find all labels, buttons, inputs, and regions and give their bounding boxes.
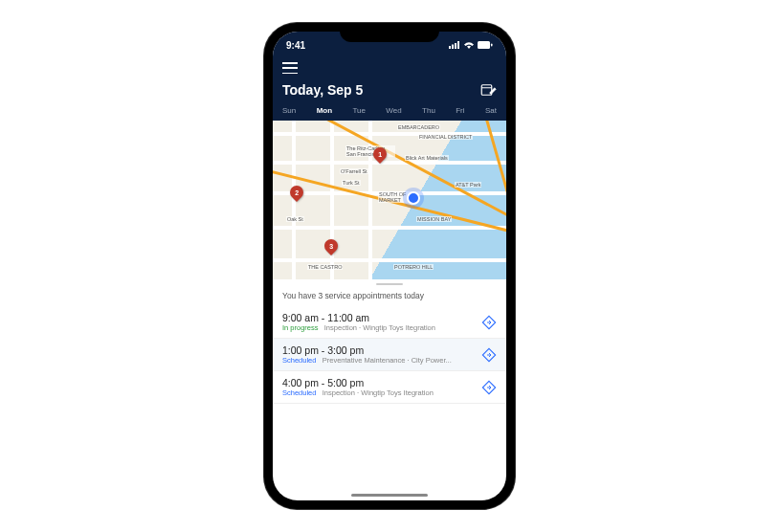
directions-icon[interactable] xyxy=(481,347,497,363)
map-pin-3[interactable]: 3 xyxy=(322,236,341,255)
day-tab-fri[interactable]: Fri xyxy=(456,104,464,117)
appointment-row[interactable]: 9:00 am - 11:00 amIn progress Inspection… xyxy=(273,306,506,339)
map-label: Oak St xyxy=(286,216,304,222)
svg-rect-5 xyxy=(491,44,493,47)
appointment-detail: Scheduled Preventative Maintenance · Cit… xyxy=(282,356,476,365)
current-location-dot xyxy=(407,191,420,205)
svg-rect-1 xyxy=(452,45,454,50)
appointment-row[interactable]: 1:00 pm - 3:00 pmScheduled Preventative … xyxy=(273,339,506,371)
appointment-detail: In progress Inspection · Wingtip Toys It… xyxy=(282,323,476,332)
day-tab-tue[interactable]: Tue xyxy=(352,104,366,117)
day-tab-thu[interactable]: Thu xyxy=(422,104,435,117)
page-title: Today, Sep 5 xyxy=(282,82,363,98)
appointment-detail: Scheduled Inspection · Wingtip Toys Iteg… xyxy=(282,388,476,397)
day-tab-mon[interactable]: Mon xyxy=(317,104,332,117)
directions-icon[interactable] xyxy=(481,380,497,395)
appointment-row[interactable]: 4:00 pm - 5:00 pmScheduled Inspection · … xyxy=(273,371,506,404)
svg-rect-2 xyxy=(455,43,456,49)
appointment-sheet: You have 3 service appointments today 9:… xyxy=(273,283,506,404)
app-header: Today, Sep 5 SunMonTueWedThuFriSat xyxy=(273,58,506,121)
phone-notch xyxy=(340,23,439,42)
svg-rect-0 xyxy=(449,46,451,49)
map-label: MISSION BAY xyxy=(416,216,452,222)
map-label: O'Farrell St xyxy=(340,168,368,174)
map-label: AT&T Park xyxy=(455,182,481,188)
map-label: The Ritz-Carlton, San Francisco xyxy=(345,145,395,157)
appointment-time: 4:00 pm - 5:00 pm xyxy=(282,377,476,388)
appointments-summary: You have 3 service appointments today xyxy=(273,289,506,306)
map-pin-2[interactable]: 2 xyxy=(287,183,306,202)
map-label: Turk St xyxy=(342,180,361,186)
svg-rect-3 xyxy=(457,41,459,49)
svg-rect-4 xyxy=(478,41,490,49)
directions-icon[interactable] xyxy=(481,315,497,330)
wifi-icon xyxy=(463,41,475,49)
day-tab-sat[interactable]: Sat xyxy=(485,104,497,117)
map-label: POTRERO HILL xyxy=(393,264,434,270)
sheet-drag-handle[interactable] xyxy=(376,283,403,285)
map-label: EMBARCADERO xyxy=(397,124,440,130)
map-view[interactable]: EMBARCADERO FINANCIAL DISTRICT The Ritz-… xyxy=(273,121,506,279)
home-indicator[interactable] xyxy=(351,494,428,497)
signal-icon xyxy=(449,41,460,49)
hamburger-menu-button[interactable] xyxy=(282,62,298,74)
day-tab-sun[interactable]: Sun xyxy=(282,104,296,117)
map-label: THE CASTRO xyxy=(307,264,343,270)
map-label: FINANCIAL DISTRICT xyxy=(418,134,473,140)
appointment-time: 9:00 am - 11:00 am xyxy=(282,312,476,323)
status-time: 9:41 xyxy=(286,40,305,51)
day-tabs: SunMonTueWedThuFriSat xyxy=(282,104,497,121)
calendar-edit-icon[interactable] xyxy=(479,81,497,99)
battery-icon xyxy=(478,41,493,49)
phone-screen: 9:41 Today, Sep 5 SunMonTueWedThuFriSat xyxy=(273,32,506,500)
appointment-time: 1:00 pm - 3:00 pm xyxy=(282,344,476,356)
phone-frame: 9:41 Today, Sep 5 SunMonTueWedThuFriSat xyxy=(264,23,515,509)
day-tab-wed[interactable]: Wed xyxy=(386,104,401,117)
map-label: Blick Art Materials xyxy=(405,155,449,161)
